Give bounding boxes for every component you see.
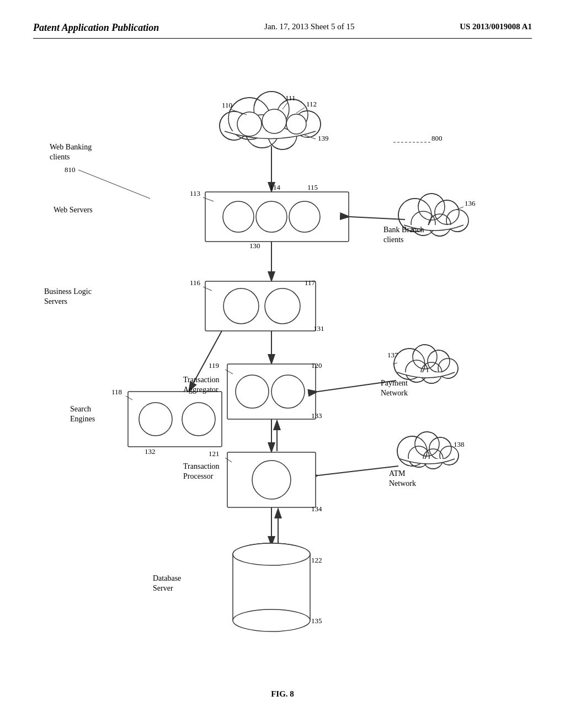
svg-point-26: [223, 201, 254, 232]
svg-point-53: [236, 375, 269, 408]
svg-point-17: [286, 114, 306, 134]
ref-113-text: 113: [190, 189, 200, 197]
ref-111-text: 111: [285, 94, 296, 102]
ref-133-text: 133: [311, 411, 322, 420]
page: Patent Application Publication Jan. 17, …: [0, 0, 565, 728]
svg-point-28: [289, 201, 320, 232]
ref-119-text: 119: [209, 361, 219, 370]
ref-810-text: 810: [65, 165, 76, 174]
ref-120-text: 120: [311, 361, 322, 370]
label-search-engines: SearchEngines: [70, 404, 95, 424]
label-transaction-aggregator: TransactionAggregator: [183, 375, 220, 395]
ref-110-text: 110: [222, 101, 232, 109]
svg-point-88: [252, 461, 291, 499]
header-patent-number: US 2013/0019008 A1: [460, 22, 532, 31]
figure-caption: FIG. 8: [33, 689, 532, 699]
header-publication-title: Patent Application Publication: [33, 22, 159, 34]
ref-138-text: 138: [454, 440, 465, 448]
svg-point-16: [262, 109, 286, 133]
label-business-logic-servers: Business LogicServers: [44, 287, 92, 307]
ref-114-text: 114: [270, 183, 281, 191]
label-atm-network: ATMNetwork: [389, 469, 416, 489]
label-bank-branch-clients: Bank Branchclients: [383, 225, 424, 245]
diagram-svg: 110 111 112 139 800 810 113 114 115 130: [34, 50, 531, 684]
ref-135-text: 135: [311, 617, 322, 625]
svg-point-100: [233, 609, 310, 631]
ref-122-text: 122: [311, 556, 322, 564]
diagram-area: 110 111 112 139 800 810 113 114 115 130: [34, 50, 531, 684]
svg-point-94: [182, 403, 215, 436]
ref-134-text: 134: [311, 505, 322, 513]
cloud-payment-network: [394, 345, 458, 383]
svg-point-54: [271, 375, 305, 408]
ref-800-text: 800: [431, 134, 443, 142]
svg-line-45: [350, 217, 405, 220]
ref-136-text: 136: [465, 199, 476, 207]
ref-118-text: 118: [111, 388, 122, 396]
label-database-server: DatabaseServer: [153, 574, 181, 593]
svg-point-15: [237, 112, 262, 136]
svg-point-101: [233, 543, 310, 565]
svg-line-86: [318, 466, 398, 475]
ref-137-text: 137: [387, 351, 398, 359]
ref-117-text: 117: [305, 279, 316, 287]
ref-132-text: 132: [145, 447, 156, 456]
ref-130-text: 130: [249, 242, 260, 250]
label-web-servers: Web Servers: [54, 205, 93, 215]
ref-139-text: 139: [318, 134, 329, 142]
ref-121-text: 121: [209, 449, 220, 458]
cloud-atm-network: [397, 432, 459, 469]
svg-point-93: [139, 403, 172, 436]
header-date-sheet: Jan. 17, 2013 Sheet 5 of 15: [264, 22, 354, 31]
page-header: Patent Application Publication Jan. 17, …: [33, 22, 532, 39]
svg-point-48: [265, 288, 300, 324]
svg-point-47: [223, 288, 259, 324]
svg-line-23: [78, 170, 150, 199]
ref-131-text: 131: [313, 324, 324, 333]
label-transaction-processor: TransactionProcessor: [183, 462, 220, 481]
svg-point-27: [256, 201, 287, 232]
ref-115-text: 115: [307, 183, 318, 191]
label-web-banking-clients: Web Bankingclients: [50, 142, 92, 162]
label-payment-network: PaymentNetwork: [381, 378, 408, 398]
ref-116-text: 116: [190, 279, 201, 287]
ref-112-text: 112: [306, 100, 317, 108]
